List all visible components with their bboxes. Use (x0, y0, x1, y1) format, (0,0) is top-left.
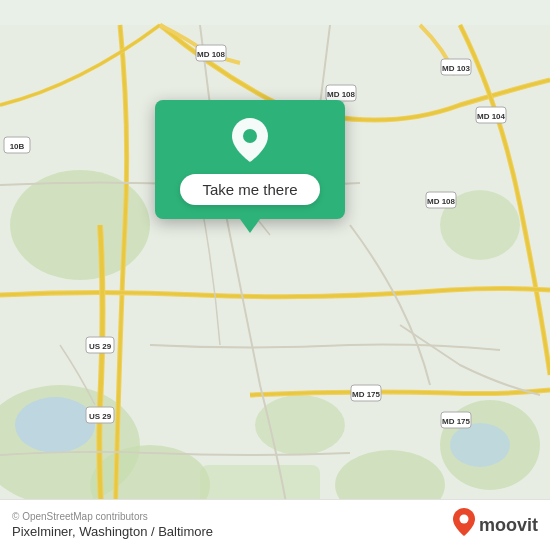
svg-text:MD 108: MD 108 (197, 50, 226, 59)
moovit-text: moovit (479, 515, 538, 536)
svg-point-1 (10, 170, 150, 280)
svg-text:MD 175: MD 175 (352, 390, 381, 399)
svg-text:MD 104: MD 104 (477, 112, 506, 121)
location-pin-icon (232, 118, 268, 162)
svg-point-10 (450, 423, 510, 467)
svg-point-9 (15, 397, 95, 453)
map-container: MD 108 MD 103 MD 104 MD 108 MD 108 10B U… (0, 0, 550, 550)
svg-text:MD 108: MD 108 (427, 197, 456, 206)
location-icon-wrapper (228, 118, 272, 162)
svg-text:US 29: US 29 (89, 342, 112, 351)
location-title: Pixelminer, Washington / Baltimore (12, 524, 213, 539)
map-background: MD 108 MD 103 MD 104 MD 108 MD 108 10B U… (0, 0, 550, 550)
svg-text:MD 175: MD 175 (442, 417, 471, 426)
svg-point-6 (255, 395, 345, 455)
svg-point-32 (243, 129, 257, 143)
copyright-text: © OpenStreetMap contributors (12, 511, 213, 522)
take-me-there-button[interactable]: Take me there (180, 174, 319, 205)
moovit-logo: moovit (453, 508, 538, 542)
bottom-bar: © OpenStreetMap contributors Pixelminer,… (0, 499, 550, 550)
popup-card: Take me there (155, 100, 345, 219)
svg-text:10B: 10B (10, 142, 25, 151)
svg-point-33 (459, 515, 468, 524)
moovit-pin-icon (453, 508, 475, 542)
bottom-left-info: © OpenStreetMap contributors Pixelminer,… (12, 511, 213, 539)
svg-text:MD 108: MD 108 (327, 90, 356, 99)
svg-text:MD 103: MD 103 (442, 64, 471, 73)
svg-text:US 29: US 29 (89, 412, 112, 421)
